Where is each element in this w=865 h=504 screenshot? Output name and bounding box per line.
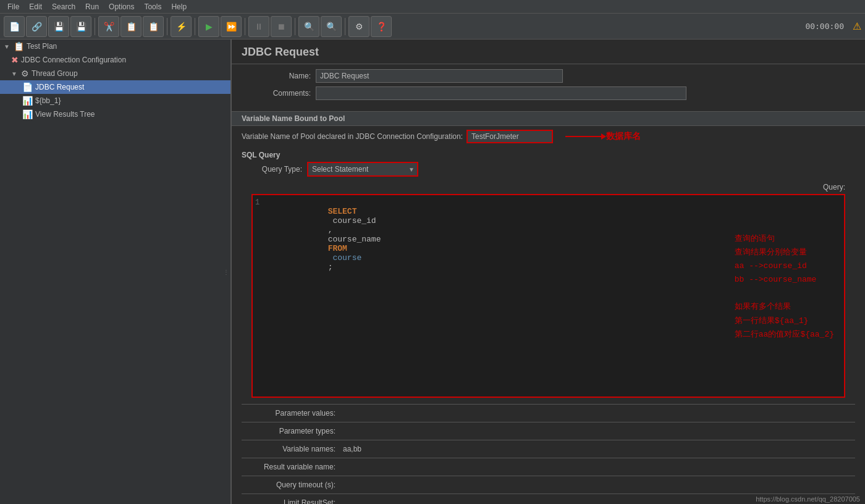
query-type-label: Query Type: bbox=[251, 165, 307, 174]
tree-item-testplan[interactable]: ▼ 📋 Test Plan bbox=[0, 40, 230, 53]
name-input[interactable] bbox=[316, 69, 563, 83]
menu-options[interactable]: Options bbox=[104, 1, 139, 12]
annotation-line3: aa -->course_id bbox=[735, 259, 834, 273]
toolbar-separator-1 bbox=[95, 18, 95, 35]
toolbar: 📄 🔗 💾 💾 ✂️ 📋 📋 ⚡ ▶ ⏩ ⏸ ⏹ 🔍 🔍 ⚙ ❓ 00:00:0… bbox=[0, 14, 865, 40]
tree-toggle-threadgroup[interactable]: ▼ bbox=[11, 70, 17, 77]
start-nopause-button[interactable]: ⏩ bbox=[221, 16, 242, 37]
tree-item-threadgroup[interactable]: ▼ ⚙ Thread Group bbox=[0, 67, 230, 80]
code-editor[interactable]: 1 SELECT course_id , course_name FROM co… bbox=[251, 194, 845, 398]
warning-icon: ⚠ bbox=[853, 20, 861, 32]
search-btn2[interactable]: 🔍 bbox=[321, 16, 342, 37]
open-button[interactable]: 🔗 bbox=[26, 16, 47, 37]
tree-item-viewresults[interactable]: 📊 View Results Tree bbox=[0, 107, 230, 121]
comments-row: Comments: bbox=[242, 86, 855, 100]
toolbar-separator-4 bbox=[245, 18, 245, 35]
start-button[interactable]: ▶ bbox=[198, 16, 219, 37]
sql-section: SQL Query Query Type: Select Statement U… bbox=[232, 147, 865, 398]
copy-button[interactable]: 📋 bbox=[120, 16, 141, 37]
menu-file[interactable]: File bbox=[2, 1, 24, 12]
panel-title: JDBC Request bbox=[232, 40, 865, 64]
settings-button[interactable]: ⚙ bbox=[348, 16, 369, 37]
tree-item-jdbc-config[interactable]: ✖ JDBC Connection Configuration bbox=[0, 53, 230, 67]
annotation-line8: 第二行aa的值对应${aa_2} bbox=[735, 328, 834, 342]
menu-tools[interactable]: Tools bbox=[139, 1, 166, 12]
result-var-input[interactable] bbox=[340, 461, 855, 472]
paste-button[interactable]: 📋 bbox=[143, 16, 164, 37]
variable-names-label: Variable names: bbox=[242, 445, 340, 453]
arrow-line bbox=[565, 136, 602, 137]
param-values-input[interactable] bbox=[340, 408, 855, 419]
comments-input[interactable] bbox=[316, 86, 686, 100]
tree-panel: ▼ 📋 Test Plan ✖ JDBC Connection Configur… bbox=[0, 40, 232, 504]
main-layout: ▼ 📋 Test Plan ✖ JDBC Connection Configur… bbox=[0, 40, 865, 504]
toolbar-separator-6 bbox=[345, 18, 345, 35]
annotation-line1: 查询的语句 bbox=[735, 232, 834, 246]
annotation-line6: 如果有多个结果 bbox=[735, 300, 834, 314]
tree-label-threadgroup: Thread Group bbox=[32, 69, 78, 78]
param-types-row: Parameter types: bbox=[242, 422, 855, 440]
tree-label-jdbc-config: JDBC Connection Configuration bbox=[21, 56, 126, 64]
name-row: Name: bbox=[242, 69, 855, 83]
result-var-row: Result variable name: bbox=[242, 458, 855, 476]
tree-item-bb1[interactable]: 📊 ${bb_1} bbox=[0, 94, 230, 107]
code-annotations: 查询的语句 查询结果分别给变量 aa -->course_id bb -->co… bbox=[735, 232, 834, 342]
help-button[interactable]: ❓ bbox=[371, 16, 392, 37]
line-number-1: 1 bbox=[255, 198, 270, 207]
jdbc-request-icon: 📄 bbox=[22, 82, 33, 92]
param-types-input[interactable] bbox=[340, 426, 855, 437]
shutdown-button[interactable]: ⏹ bbox=[271, 16, 292, 37]
tree-toggle-testplan[interactable]: ▼ bbox=[4, 43, 10, 50]
annotation-spacer bbox=[735, 287, 834, 300]
cut-button[interactable]: ✂️ bbox=[98, 16, 119, 37]
bottom-form: Parameter values: Parameter types: Varia… bbox=[232, 401, 865, 504]
new-button[interactable]: 📄 bbox=[4, 16, 25, 37]
footer-url: https://blog.csdn.net/qq_28207005 bbox=[751, 494, 865, 504]
toolbar-separator-5 bbox=[295, 18, 295, 35]
timer-display: 00:00:00 bbox=[805, 22, 849, 31]
menu-bar: File Edit Search Run Options Tools Help bbox=[0, 0, 865, 14]
expand-button[interactable]: ⚡ bbox=[171, 16, 192, 37]
col-course-name: course_name bbox=[328, 235, 386, 244]
param-values-row: Parameter values: bbox=[242, 404, 855, 422]
save-as-button[interactable]: 💾 bbox=[70, 16, 91, 37]
stop-button[interactable]: ⏸ bbox=[248, 16, 269, 37]
name-section: Name: Comments: bbox=[232, 64, 865, 109]
query-timeout-input[interactable] bbox=[340, 479, 855, 490]
col-course-id: course_id bbox=[328, 216, 381, 225]
resize-handle-dots: ⋮ bbox=[223, 269, 229, 275]
kw-select: SELECT bbox=[328, 207, 357, 216]
toolbar-separator-3 bbox=[195, 18, 195, 35]
save-button[interactable]: 💾 bbox=[48, 16, 69, 37]
pool-input[interactable] bbox=[466, 130, 553, 143]
param-values-label: Parameter values: bbox=[242, 409, 340, 418]
annotation-line2: 查询结果分别给变量 bbox=[735, 246, 834, 259]
menu-edit[interactable]: Edit bbox=[24, 1, 47, 12]
pool-row: Variable Name of Pool declared in JDBC C… bbox=[232, 126, 865, 147]
query-type-select[interactable]: Select Statement Update Statement Callab… bbox=[307, 162, 418, 177]
menu-run[interactable]: Run bbox=[80, 1, 104, 12]
comments-label: Comments: bbox=[242, 89, 316, 98]
search-btn1[interactable]: 🔍 bbox=[298, 16, 319, 37]
limit-result-label: Limit ResultSet: bbox=[242, 498, 340, 504]
query-type-row: Query Type: Select Statement Update Stat… bbox=[242, 162, 855, 177]
bb1-icon: 📊 bbox=[22, 96, 33, 106]
semicolon: ; bbox=[328, 262, 333, 272]
kw-from: FROM bbox=[328, 244, 347, 253]
menu-help[interactable]: Help bbox=[166, 1, 192, 12]
code-content-1: SELECT course_id , course_name FROM cour… bbox=[270, 198, 386, 281]
variable-names-input[interactable] bbox=[340, 443, 855, 455]
pool-annotation-text: 数据库名 bbox=[606, 131, 641, 142]
menu-search[interactable]: Search bbox=[47, 1, 80, 12]
tree-label-testplan: Test Plan bbox=[27, 42, 57, 51]
toolbar-separator-2 bbox=[167, 18, 167, 35]
tree-item-jdbc-request[interactable]: 📄 JDBC Request bbox=[0, 80, 230, 94]
table-name: course bbox=[328, 253, 362, 262]
threadgroup-icon: ⚙ bbox=[21, 69, 29, 78]
pool-label: Variable Name of Pool declared in JDBC C… bbox=[242, 132, 463, 141]
result-var-label: Result variable name: bbox=[242, 463, 340, 471]
tree-label-viewresults: View Results Tree bbox=[35, 110, 95, 119]
pool-annotation-wrapper: 数据库名 bbox=[565, 131, 641, 142]
content-panel: JDBC Request Name: Comments: Variable Na… bbox=[232, 40, 865, 504]
sql-header: SQL Query bbox=[242, 147, 855, 162]
